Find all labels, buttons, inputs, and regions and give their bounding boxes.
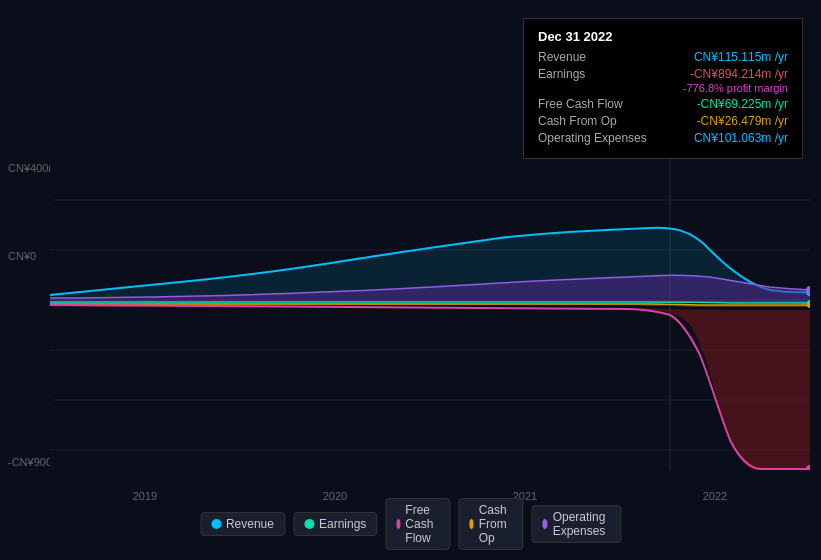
tooltip-value-fcf: -CN¥69.225m /yr — [697, 97, 788, 111]
tooltip-row-cashfromop: Cash From Op -CN¥26.479m /yr — [538, 114, 788, 128]
tooltip-row-revenue: Revenue CN¥115.115m /yr — [538, 50, 788, 64]
x-label-2019: 2019 — [133, 490, 157, 502]
chart-svg — [50, 150, 810, 470]
tooltip-label-opex: Operating Expenses — [538, 131, 647, 145]
legend-dot-fcf — [396, 519, 400, 529]
legend-item-revenue[interactable]: Revenue — [200, 512, 285, 536]
legend-label-cashfromop: Cash From Op — [479, 503, 513, 545]
tooltip-value-earnings: -CN¥894.214m /yr — [690, 67, 788, 81]
tooltip-value-revenue: CN¥115.115m /yr — [694, 50, 788, 64]
legend-item-fcf[interactable]: Free Cash Flow — [385, 498, 450, 550]
tooltip-row-earnings: Earnings -CN¥894.214m /yr — [538, 67, 788, 81]
tooltip-label-cashfromop: Cash From Op — [538, 114, 617, 128]
y-label-mid: CN¥0 — [8, 250, 36, 262]
tooltip-label-fcf: Free Cash Flow — [538, 97, 623, 111]
legend-dot-revenue — [211, 519, 221, 529]
legend-dot-opex — [542, 519, 547, 529]
data-tooltip: Dec 31 2022 Revenue CN¥115.115m /yr Earn… — [523, 18, 803, 159]
x-label-2022: 2022 — [703, 490, 727, 502]
chart-legend: Revenue Earnings Free Cash Flow Cash Fro… — [200, 498, 621, 550]
tooltip-value-cashfromop: -CN¥26.479m /yr — [697, 114, 788, 128]
legend-label-earnings: Earnings — [319, 517, 366, 531]
legend-item-opex[interactable]: Operating Expenses — [531, 505, 621, 543]
legend-item-cashfromop[interactable]: Cash From Op — [458, 498, 523, 550]
tooltip-value-opex: CN¥101.063m /yr — [694, 131, 788, 145]
legend-label-fcf: Free Cash Flow — [405, 503, 439, 545]
legend-label-opex: Operating Expenses — [553, 510, 610, 538]
tooltip-label-earnings: Earnings — [538, 67, 585, 81]
legend-dot-cashfromop — [469, 519, 473, 529]
tooltip-label-revenue: Revenue — [538, 50, 586, 64]
legend-item-earnings[interactable]: Earnings — [293, 512, 377, 536]
tooltip-row-fcf: Free Cash Flow -CN¥69.225m /yr — [538, 97, 788, 111]
tooltip-profit-margin: -776.8% profit margin — [538, 82, 788, 94]
tooltip-date: Dec 31 2022 — [538, 29, 788, 44]
tooltip-row-opex: Operating Expenses CN¥101.063m /yr — [538, 131, 788, 145]
legend-dot-earnings — [304, 519, 314, 529]
legend-label-revenue: Revenue — [226, 517, 274, 531]
